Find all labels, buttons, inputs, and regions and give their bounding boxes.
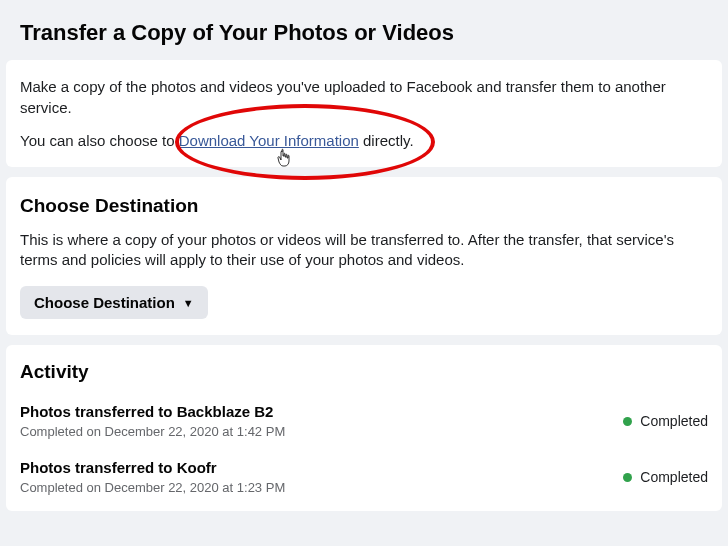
status-dot-icon xyxy=(623,473,632,482)
destination-heading: Choose Destination xyxy=(20,193,708,220)
intro-pre-text: You can also choose to xyxy=(20,132,179,149)
activity-row-status: Completed xyxy=(623,469,708,485)
status-text: Completed xyxy=(640,413,708,429)
page-header: Transfer a Copy of Your Photos or Videos xyxy=(0,0,728,60)
download-info-link[interactable]: Download Your Information xyxy=(179,132,359,149)
activity-row-title: Photos transferred to Koofr xyxy=(20,459,623,476)
status-text: Completed xyxy=(640,469,708,485)
activity-card: Activity Photos transferred to Backblaze… xyxy=(6,345,722,511)
activity-row: Photos transferred to Koofr Completed on… xyxy=(20,449,708,505)
destination-description: This is where a copy of your photos or v… xyxy=(20,230,708,271)
activity-row: Photos transferred to Backblaze B2 Compl… xyxy=(20,393,708,449)
activity-row-left: Photos transferred to Backblaze B2 Compl… xyxy=(20,403,623,439)
activity-row-sub: Completed on December 22, 2020 at 1:42 P… xyxy=(20,424,623,439)
activity-heading: Activity xyxy=(20,361,708,383)
caret-down-icon: ▼ xyxy=(183,297,194,309)
destination-card: Choose Destination This is where a copy … xyxy=(6,177,722,335)
activity-row-left: Photos transferred to Koofr Completed on… xyxy=(20,459,623,495)
intro-post-text: directly. xyxy=(359,132,414,149)
status-dot-icon xyxy=(623,417,632,426)
intro-paragraph-1: Make a copy of the photos and videos you… xyxy=(20,76,708,118)
activity-row-status: Completed xyxy=(623,413,708,429)
activity-row-title: Photos transferred to Backblaze B2 xyxy=(20,403,623,420)
activity-row-sub: Completed on December 22, 2020 at 1:23 P… xyxy=(20,480,623,495)
page-title: Transfer a Copy of Your Photos or Videos xyxy=(20,20,708,46)
choose-destination-button[interactable]: Choose Destination ▼ xyxy=(20,286,208,319)
intro-card: Make a copy of the photos and videos you… xyxy=(6,60,722,167)
choose-destination-label: Choose Destination xyxy=(34,294,175,311)
intro-paragraph-2: You can also choose to Download Your Inf… xyxy=(20,130,708,151)
